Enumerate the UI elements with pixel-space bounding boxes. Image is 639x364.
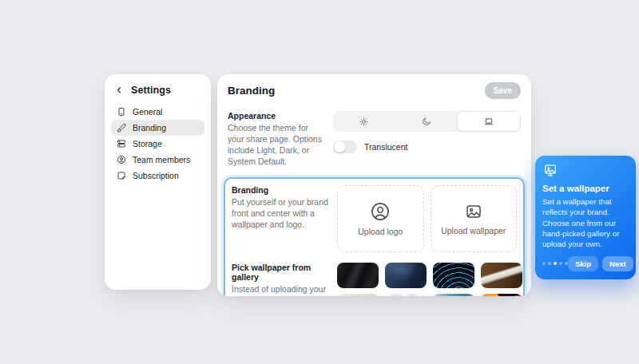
branding-text: Branding Put yourself or your brand fron… <box>232 185 337 231</box>
save-button[interactable]: Save <box>485 82 521 99</box>
sidebar-title: Settings <box>131 85 171 96</box>
appearance-label: Appearance <box>228 111 327 121</box>
sidebar-item-label: Branding <box>133 123 166 133</box>
skip-button[interactable]: Skip <box>568 256 598 271</box>
sidebar-item-label: General <box>133 107 162 117</box>
tooltip-dots <box>542 262 568 265</box>
gallery-thumbnail-orange-blobs[interactable] <box>481 294 522 296</box>
appearance-description: Choose the theme for your share page. Op… <box>228 123 327 167</box>
next-button[interactable]: Next <box>602 256 633 271</box>
tooltip-body: Set a wallpaper that reflects your brand… <box>542 196 629 250</box>
tooltip-dot <box>559 262 562 265</box>
subscription-icon <box>117 171 126 180</box>
team-members-icon <box>117 155 126 164</box>
appearance-text: Appearance Choose the theme for your sha… <box>228 111 333 167</box>
sidebar-item-subscription[interactable]: Subscription <box>111 168 204 184</box>
upload-wallpaper-dropzone[interactable]: Upload wallpaper <box>431 185 518 252</box>
gallery-thumbnail-navy-dune[interactable] <box>385 263 427 288</box>
device-icon <box>117 107 126 117</box>
gallery-section: Pick wallpaper from gallery Instead of u… <box>232 263 517 296</box>
upload-logo-dropzone[interactable]: Upload logo <box>337 185 424 252</box>
sidebar-item-team-members[interactable]: Team members <box>111 152 204 168</box>
sidebar-header: Settings <box>111 83 204 104</box>
appearance-section: Appearance Choose the theme for your sha… <box>224 111 525 167</box>
gallery-label: Pick wallpaper from gallery <box>232 263 331 282</box>
upload-logo-label: Upload logo <box>358 227 403 236</box>
gallery-description: Instead of uploading your own brand we s… <box>232 284 331 296</box>
theme-option-light[interactable] <box>333 111 395 132</box>
gallery-thumbnail-dark-waves[interactable] <box>337 263 379 288</box>
wallpaper-coachmark-tooltip: Set a wallpaper Set a wallpaper that ref… <box>535 156 636 279</box>
tooltip-dot <box>548 262 551 265</box>
wallpaper-gallery-grid <box>337 263 517 296</box>
laptop-icon <box>483 117 494 127</box>
wallpaper-icon <box>542 163 629 178</box>
tooltip-footer: Skip Next <box>542 256 629 271</box>
sidebar-item-label: Team members <box>133 155 190 164</box>
gallery-thumbnail-ocean-foam[interactable] <box>433 294 474 296</box>
avatar-icon <box>370 201 391 222</box>
translucent-label: Translucent <box>364 142 407 152</box>
brush-icon <box>117 123 126 133</box>
sidebar-item-general[interactable]: General <box>111 104 204 120</box>
branding-section: Branding Put yourself or your brand fron… <box>232 185 517 252</box>
sidebar-item-label: Storage <box>133 139 162 148</box>
image-icon <box>464 202 483 221</box>
gallery-thumbnail-canyon-river[interactable] <box>481 263 522 288</box>
tooltip-dot <box>542 262 546 265</box>
translucent-toggle[interactable] <box>333 140 357 153</box>
branding-description: Put yourself or your brand front and cen… <box>232 197 331 231</box>
gallery-thumbnail-tech-rings[interactable] <box>433 263 474 288</box>
gallery-thumbnail-beige-abstract[interactable] <box>337 294 379 296</box>
moon-icon <box>421 117 431 127</box>
settings-sidebar: Settings General Branding Storage Team m… <box>105 74 211 290</box>
branding-panel: Branding Save Appearance Choose the them… <box>217 74 531 296</box>
gallery-text: Pick wallpaper from gallery Instead of u… <box>232 263 337 296</box>
translucent-row: Translucent <box>333 140 521 153</box>
theme-option-system[interactable] <box>457 111 521 132</box>
tooltip-dot <box>554 262 557 265</box>
branding-highlight-section: Branding Put yourself or your brand fron… <box>224 177 525 296</box>
branding-label: Branding <box>232 185 331 195</box>
sidebar-item-branding[interactable]: Branding <box>111 120 204 136</box>
sidebar-item-label: Subscription <box>133 171 179 180</box>
panel-header: Branding Save <box>224 82 525 99</box>
gallery-thumbnail-white-cubes[interactable] <box>385 294 427 296</box>
toggle-knob <box>334 141 345 152</box>
theme-segmented-control <box>333 111 521 132</box>
storage-icon <box>117 139 126 148</box>
chevron-left-icon[interactable] <box>114 85 124 95</box>
sidebar-item-storage[interactable]: Storage <box>111 136 204 152</box>
tooltip-title: Set a wallpaper <box>542 184 629 193</box>
theme-option-dark[interactable] <box>395 111 458 132</box>
upload-wallpaper-label: Upload wallpaper <box>441 226 506 235</box>
sun-icon <box>359 117 369 127</box>
page-title: Branding <box>228 85 275 97</box>
